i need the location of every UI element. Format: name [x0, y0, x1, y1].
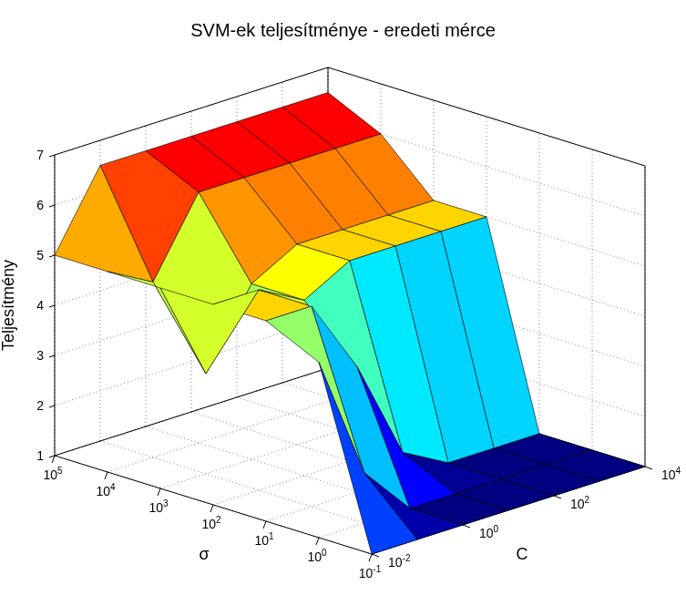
svg-line-79 [372, 554, 379, 557]
svg-line-81 [463, 525, 470, 528]
svg-line-73 [263, 521, 266, 529]
svg-line-69 [158, 488, 160, 496]
svg-text:100: 100 [479, 524, 499, 540]
svg-line-75 [316, 538, 319, 545]
svg-line-57 [49, 305, 55, 307]
svg-line-53 [49, 406, 55, 407]
svg-text:102: 102 [570, 495, 590, 511]
svg-line-61 [49, 205, 55, 207]
svg-text:4: 4 [36, 298, 44, 313]
svg-line-85 [645, 467, 652, 469]
svg-text:7: 7 [36, 148, 44, 162]
svg-text:104: 104 [96, 482, 116, 498]
svg-line-71 [210, 505, 213, 512]
svg-text:102: 102 [201, 515, 221, 531]
svg-text:5: 5 [36, 248, 44, 262]
svg-line-63 [49, 155, 55, 157]
surface-3d-plot: 123456710510410310210110010-110-21001021… [0, 0, 686, 616]
svg-text:103: 103 [148, 498, 169, 515]
svg-text:3: 3 [36, 348, 44, 363]
svg-line-59 [49, 255, 55, 257]
svg-text:2: 2 [36, 398, 44, 413]
svg-text:105: 105 [43, 466, 63, 482]
svg-text:101: 101 [254, 531, 274, 548]
svg-line-83 [554, 496, 561, 498]
svg-line-44 [55, 368, 328, 456]
svg-text:10-1: 10-1 [359, 564, 382, 580]
svg-text:10-2: 10-2 [388, 553, 411, 570]
svg-text:Teljesítmény: Teljesítmény [0, 260, 17, 351]
svg-text:1: 1 [36, 448, 44, 463]
svg-text:100: 100 [307, 548, 327, 564]
svg-text:C: C [517, 545, 528, 563]
svg-line-77 [369, 554, 372, 561]
svg-line-67 [105, 472, 108, 479]
svg-line-55 [49, 355, 55, 357]
svg-text:6: 6 [36, 198, 44, 212]
svg-text:104: 104 [661, 466, 681, 482]
svg-text:σ: σ [199, 545, 209, 563]
